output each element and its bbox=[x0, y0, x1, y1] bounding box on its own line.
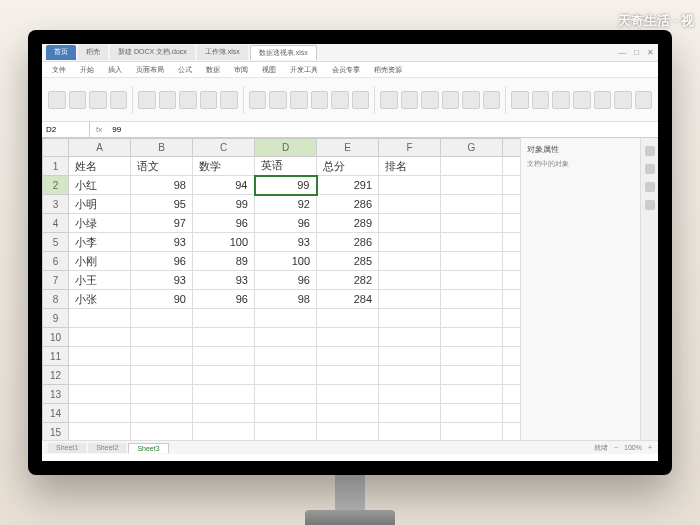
zoom-in-icon[interactable]: + bbox=[648, 444, 652, 451]
row-header[interactable]: 2 bbox=[43, 176, 69, 195]
zoom-out-icon[interactable]: − bbox=[614, 444, 618, 451]
row-header[interactable]: 7 bbox=[43, 271, 69, 290]
cell[interactable]: 285 bbox=[317, 252, 379, 271]
cell[interactable] bbox=[379, 252, 441, 271]
cell[interactable] bbox=[503, 385, 521, 404]
cell[interactable]: 100 bbox=[193, 233, 255, 252]
cell[interactable] bbox=[317, 423, 379, 441]
cell[interactable] bbox=[317, 404, 379, 423]
cell[interactable] bbox=[193, 366, 255, 385]
tool-icon[interactable] bbox=[645, 146, 655, 156]
menu-item[interactable]: 公式 bbox=[178, 65, 192, 75]
column-header[interactable]: D bbox=[255, 139, 317, 157]
tool-icon[interactable] bbox=[645, 182, 655, 192]
row-header[interactable]: 6 bbox=[43, 252, 69, 271]
cell[interactable]: 数学 bbox=[193, 157, 255, 176]
cell[interactable]: 小王 bbox=[69, 271, 131, 290]
maximize-icon[interactable]: □ bbox=[634, 48, 639, 57]
cell[interactable]: 93 bbox=[131, 271, 193, 290]
column-header[interactable]: E bbox=[317, 139, 379, 157]
cell[interactable] bbox=[441, 328, 503, 347]
cell[interactable] bbox=[69, 404, 131, 423]
cell[interactable] bbox=[131, 404, 193, 423]
cell[interactable] bbox=[441, 176, 503, 195]
cell[interactable]: 89 bbox=[193, 252, 255, 271]
ribbon-button[interactable] bbox=[269, 91, 287, 109]
cell[interactable] bbox=[441, 347, 503, 366]
close-icon[interactable]: ✕ bbox=[647, 48, 654, 57]
row-header[interactable]: 13 bbox=[43, 385, 69, 404]
cell[interactable] bbox=[255, 404, 317, 423]
menu-item[interactable]: 视图 bbox=[262, 65, 276, 75]
cell[interactable] bbox=[441, 252, 503, 271]
cell[interactable] bbox=[379, 271, 441, 290]
ribbon-button[interactable] bbox=[483, 91, 501, 109]
cell[interactable] bbox=[503, 252, 521, 271]
cell[interactable] bbox=[379, 404, 441, 423]
minimize-icon[interactable]: — bbox=[618, 48, 626, 57]
cell[interactable] bbox=[441, 366, 503, 385]
cell[interactable] bbox=[379, 347, 441, 366]
document-tab[interactable]: 稻壳 bbox=[78, 45, 108, 60]
cell[interactable] bbox=[379, 423, 441, 441]
ribbon-button[interactable] bbox=[48, 91, 66, 109]
ribbon-button[interactable] bbox=[573, 91, 591, 109]
ribbon-button[interactable] bbox=[421, 91, 439, 109]
cell[interactable] bbox=[131, 423, 193, 441]
cell[interactable] bbox=[441, 195, 503, 214]
cell[interactable]: 93 bbox=[193, 271, 255, 290]
cell[interactable] bbox=[441, 423, 503, 441]
row-header[interactable]: 3 bbox=[43, 195, 69, 214]
row-header[interactable]: 14 bbox=[43, 404, 69, 423]
column-header[interactable]: H bbox=[503, 139, 521, 157]
cell[interactable] bbox=[193, 347, 255, 366]
menu-item[interactable]: 稻壳资源 bbox=[374, 65, 402, 75]
tool-icon[interactable] bbox=[645, 164, 655, 174]
column-header[interactable]: B bbox=[131, 139, 193, 157]
menu-item[interactable]: 开发工具 bbox=[290, 65, 318, 75]
cell[interactable]: 100 bbox=[255, 252, 317, 271]
row-header[interactable]: 5 bbox=[43, 233, 69, 252]
column-header[interactable]: F bbox=[379, 139, 441, 157]
cell[interactable] bbox=[379, 176, 441, 195]
fx-icon[interactable]: fx bbox=[90, 125, 108, 134]
cell[interactable] bbox=[69, 423, 131, 441]
cell[interactable] bbox=[379, 195, 441, 214]
cell[interactable] bbox=[379, 385, 441, 404]
ribbon-button[interactable] bbox=[380, 91, 398, 109]
cell[interactable] bbox=[503, 366, 521, 385]
cell[interactable]: 小刚 bbox=[69, 252, 131, 271]
cell[interactable] bbox=[503, 214, 521, 233]
cell[interactable]: 291 bbox=[317, 176, 379, 195]
cell[interactable] bbox=[131, 347, 193, 366]
cell[interactable] bbox=[131, 385, 193, 404]
ribbon-button[interactable] bbox=[249, 91, 267, 109]
cell[interactable] bbox=[255, 309, 317, 328]
ribbon-button[interactable] bbox=[442, 91, 460, 109]
ribbon-button[interactable] bbox=[290, 91, 308, 109]
ribbon-button[interactable] bbox=[635, 91, 653, 109]
cell[interactable]: 92 bbox=[255, 195, 317, 214]
sheet-tab[interactable]: Sheet1 bbox=[48, 443, 86, 453]
tool-icon[interactable] bbox=[645, 200, 655, 210]
cell[interactable] bbox=[69, 309, 131, 328]
cell[interactable] bbox=[379, 366, 441, 385]
ribbon-button[interactable] bbox=[69, 91, 87, 109]
cell[interactable] bbox=[441, 309, 503, 328]
cell[interactable]: 排名 bbox=[379, 157, 441, 176]
ribbon-button[interactable] bbox=[511, 91, 529, 109]
cell[interactable] bbox=[441, 290, 503, 309]
cell[interactable] bbox=[255, 328, 317, 347]
document-tab[interactable]: 工作簿.xlsx bbox=[197, 45, 248, 60]
cell[interactable] bbox=[503, 404, 521, 423]
ribbon-button[interactable] bbox=[311, 91, 329, 109]
cell[interactable] bbox=[193, 328, 255, 347]
cell[interactable] bbox=[131, 309, 193, 328]
cell[interactable]: 98 bbox=[131, 176, 193, 195]
cell[interactable] bbox=[379, 290, 441, 309]
cell[interactable] bbox=[379, 328, 441, 347]
cell[interactable]: 93 bbox=[255, 233, 317, 252]
sheet-tab[interactable]: Sheet3 bbox=[128, 443, 168, 453]
cell[interactable]: 98 bbox=[255, 290, 317, 309]
row-header[interactable]: 10 bbox=[43, 328, 69, 347]
